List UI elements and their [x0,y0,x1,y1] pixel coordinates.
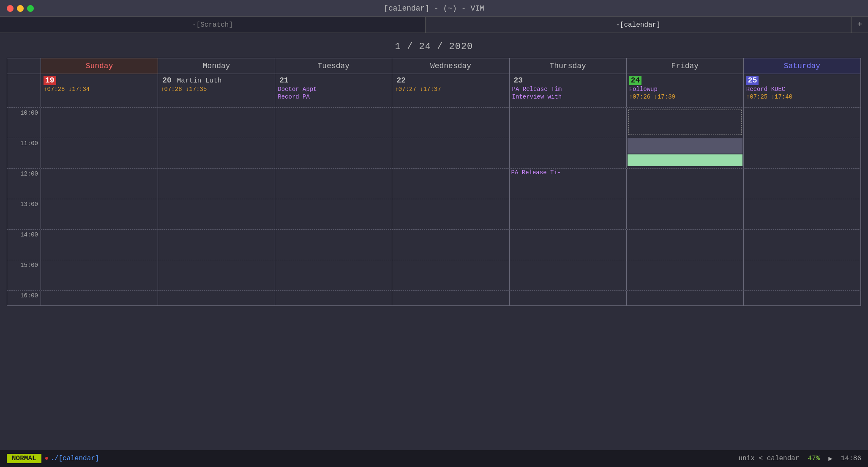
date-header: 1 / 24 / 2020 [0,37,868,58]
time-cell-wed-1000 [392,108,509,138]
status-file-path: ./[calendar] [50,455,99,462]
date-number-21: 21 [278,76,290,85]
time-cell-mon-1200 [158,169,275,199]
time-cell-fri-1300 [627,199,744,229]
titlebar: [calendar] - (~) - VIM [0,0,868,17]
time-row-1600: 16:00 [7,291,861,306]
time-cell-sun-1000 [41,108,158,138]
time-cell-wed-1500 [392,260,509,290]
thu-pa-release-time: PA Release Ti- [510,168,563,178]
day-header-monday: Monday [158,58,275,74]
day-header-sunday: Sunday [41,58,158,74]
time-cell-sat-1300 [744,199,861,229]
date-cell-monday: 20 Martin Luth ↑07:28 ↓17:35 [158,74,275,107]
time-cell-sat-1100 [744,138,861,168]
time-rows: 10:00 11:00 [7,108,861,306]
saturday-event-1: Record KUEC [746,86,858,93]
friday-green-block [628,154,742,166]
window-buttons [7,5,34,12]
time-cell-sat-1000 [744,108,861,138]
status-file-info: unix < calendar [739,455,800,462]
time-cell-fri-1600 [627,291,744,305]
monday-event-text: Martin Luth [177,77,222,85]
time-label-1200: 12:00 [7,169,41,199]
time-cell-tue-1200 [275,169,392,199]
status-position: 14:86 [841,455,861,462]
time-row-1000: 10:00 [7,108,861,138]
time-label-1300: 13:00 [7,199,41,229]
minimize-button[interactable] [17,5,24,12]
calendar: Sunday Monday Tuesday Wednesday Thursday… [7,58,861,306]
tab-bar: -[Scratch] -[calendar] + [0,17,868,33]
time-cell-thu-1200: PA Release Ti- [510,169,627,199]
time-row-1300: 13:00 [7,199,861,230]
friday-dashed-box [628,110,742,135]
status-mouse-icon: ▶ [828,454,833,463]
time-col-spacer [7,58,41,74]
time-cell-mon-1600 [158,291,275,305]
time-cell-sat-1500 [744,260,861,290]
date-cell-sunday: 19 ↑07:28 ↓17:34 [41,74,158,107]
time-cell-fri-1200 [627,169,744,199]
date-cell-friday: 24 Followup ↑07:26 ↓17:39 [627,74,744,107]
time-cell-mon-1000 [158,108,275,138]
day-header-friday: Friday [627,58,744,74]
time-cell-wed-1200 [392,169,509,199]
tab-scratch[interactable]: -[Scratch] [0,17,426,33]
time-cell-mon-1500 [158,260,275,290]
time-cell-sun-1100 [41,138,158,168]
time-cell-tue-1000 [275,108,392,138]
time-row-1500: 15:00 [7,260,861,291]
time-label-1400: 14:00 [7,230,41,260]
tuesday-event-1: Doctor Appt [278,86,389,93]
day-header-wednesday: Wednesday [392,58,509,74]
time-label-1000: 10:00 [7,108,41,138]
sunrise-sunset-sunday: ↑07:28 ↓17:34 [44,86,155,93]
time-cell-thu-1500 [510,260,627,290]
day-header-saturday: Saturday [744,58,861,74]
date-number-22: 22 [395,76,407,85]
statusbar: NORMAL ● ./[calendar] unix < calendar 47… [0,450,868,467]
day-header-thursday: Thursday [510,58,627,74]
time-row-1200: 12:00 PA Release Ti- [7,169,861,199]
time-row-1100: 11:00 [7,138,861,169]
time-cell-fri-1100 [627,138,744,168]
window-title: [calendar] - (~) - VIM [384,4,484,13]
date-row-spacer [7,74,41,107]
thursday-event-1: PA Release Tim [512,86,624,93]
maximize-button[interactable] [27,5,34,12]
sunrise-sunset-friday: ↑07:26 ↓17:39 [629,93,741,100]
close-button[interactable] [7,5,14,12]
date-cell-thursday: 23 PA Release Tim Interview with [510,74,627,107]
time-cell-tue-1500 [275,260,392,290]
date-cell-wednesday: 22 ↑07:27 ↓17:37 [392,74,509,107]
sunrise-sunset-monday: ↑07:28 ↓17:35 [161,86,272,93]
time-cell-thu-1400 [510,230,627,260]
time-cell-sat-1200 [744,169,861,199]
status-percent: 47% [808,455,820,462]
status-right: unix < calendar 47% ▶ 14:86 [739,454,862,463]
time-cell-wed-1400 [392,230,509,260]
status-file-icon: ● [45,455,49,462]
tab-calendar[interactable]: -[calendar] [426,17,851,33]
time-cell-sun-1400 [41,230,158,260]
time-cell-wed-1300 [392,199,509,229]
time-cell-tue-1400 [275,230,392,260]
time-row-1400: 14:00 [7,230,861,260]
sunrise-sunset-wednesday: ↑07:27 ↓17:37 [395,86,506,93]
time-cell-fri-1400 [627,230,744,260]
time-cell-sun-1600 [41,291,158,305]
date-cell-tuesday: 21 Doctor Appt Record PA [275,74,392,107]
friday-dark-block [628,138,742,154]
time-cell-fri-1500 [627,260,744,290]
time-cell-mon-1100 [158,138,275,168]
tab-add-button[interactable]: + [851,17,868,33]
time-cell-tue-1300 [275,199,392,229]
thursday-event-2: Interview with [512,93,624,100]
time-cell-wed-1100 [392,138,509,168]
time-cell-sat-1600 [744,291,861,305]
time-label-1500: 15:00 [7,260,41,290]
time-cell-mon-1400 [158,230,275,260]
time-cell-thu-1600 [510,291,627,305]
date-number-25: 25 [746,76,759,85]
